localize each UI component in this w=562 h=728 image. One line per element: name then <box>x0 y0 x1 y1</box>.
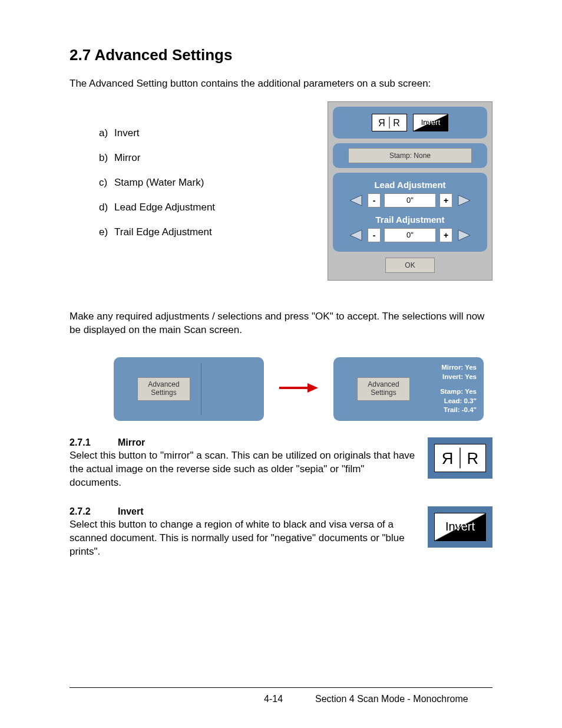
adv-btn-line2: Settings <box>151 389 176 397</box>
stamp-panel: Stamp: None <box>333 143 487 168</box>
sub1-body: Select this button to "mirror" a scan. T… <box>70 449 416 490</box>
mirror-icon-box: R R <box>428 437 492 479</box>
invert-button[interactable]: Invert <box>413 114 448 131</box>
trail-plus-button[interactable]: + <box>439 228 452 242</box>
mirror-button[interactable]: R R <box>372 114 407 131</box>
mirror-invert-panel: R R Invert <box>333 107 487 139</box>
footer-page-number: 4-14 <box>264 694 283 704</box>
invert-icon-large: Invert <box>434 513 486 541</box>
intro-text: The Advanced Setting button contains the… <box>70 77 492 91</box>
svg-marker-8 <box>308 383 318 393</box>
feature-d-label: Lead Edge Adjustment <box>114 202 215 213</box>
result-panel-before: Advanced Settings <box>114 357 264 421</box>
svg-marker-6 <box>458 230 470 241</box>
trail-adjustment-label: Trail Adjustment <box>339 215 481 225</box>
feature-item-b: b)Mirror <box>99 152 215 164</box>
red-arrow-icon <box>278 382 319 396</box>
sub-heading-invert: 2.7.2Invert <box>70 506 416 517</box>
lead-value: 0" <box>384 193 436 207</box>
lead-plus-button[interactable]: + <box>439 193 452 207</box>
invert-button-label: Invert <box>421 118 441 127</box>
sub1-title: Mirror <box>118 437 145 447</box>
adv-btn-line1: Advanced <box>148 381 179 389</box>
advanced-settings-button-after[interactable]: Advanced Settings <box>357 377 410 401</box>
lead-adjustment-label: Lead Adjustment <box>339 180 481 190</box>
status-lead: Lead: 0.3" <box>440 397 477 406</box>
lead-decrease-arrow[interactable] <box>348 193 364 207</box>
page-footer: 4-14 Section 4 Scan Mode - Monochrome <box>70 694 492 704</box>
advanced-settings-button-before[interactable]: Advanced Settings <box>137 377 190 401</box>
svg-text:R: R <box>442 449 454 467</box>
trail-decrease-arrow[interactable] <box>348 228 364 242</box>
status-mirror: Mirror: Yes <box>440 363 477 373</box>
sub1-num: 2.7.1 <box>70 437 118 448</box>
section-heading: 2.7 Advanced Settings <box>70 46 492 64</box>
status-invert: Invert: Yes <box>440 373 477 382</box>
svg-marker-4 <box>458 195 470 206</box>
feature-item-d: d)Lead Edge Adjustment <box>99 202 215 213</box>
svg-text:R: R <box>378 118 385 128</box>
feature-b-label: Mirror <box>114 152 140 163</box>
right-arrow-icon <box>457 194 471 207</box>
right-arrow-icon <box>457 229 471 242</box>
invert-icon-box: Invert <box>428 506 492 548</box>
trail-increase-arrow[interactable] <box>456 228 472 242</box>
left-arrow-icon <box>349 229 363 242</box>
footer-section: Section 4 Scan Mode - Monochrome <box>315 694 468 704</box>
feature-item-c: c)Stamp (Water Mark) <box>99 177 215 189</box>
svg-text:R: R <box>393 118 400 128</box>
feature-c-label: Stamp (Water Mark) <box>114 177 204 188</box>
feature-item-e: e)Trail Edge Adjustment <box>99 226 215 238</box>
trail-value: 0" <box>384 228 436 242</box>
panel-divider <box>201 363 201 415</box>
adjustment-panel: Lead Adjustment - 0" + Trail Adjustment <box>333 173 487 252</box>
svg-marker-3 <box>350 195 362 206</box>
trail-minus-button[interactable]: - <box>368 228 381 242</box>
footer-divider <box>70 687 492 688</box>
feature-item-a: a)Invert <box>99 127 215 139</box>
result-panel-after: Advanced Settings Mirror: Yes Invert: Ye… <box>333 357 484 421</box>
status-column: Mirror: Yes Invert: Yes Stamp: Yes Lead:… <box>440 363 478 415</box>
feature-list: a)Invert b)Mirror c)Stamp (Water Mark) d… <box>99 127 215 251</box>
invert-icon-text: Invert <box>445 520 475 533</box>
mirror-icon-large: R R <box>434 444 486 472</box>
stamp-button-label: Stamp: None <box>389 151 431 160</box>
svg-marker-5 <box>350 230 362 241</box>
advanced-settings-dialog: R R Invert Stamp: None Lead Adjustment <box>328 101 492 281</box>
adv-btn-line2: Settings <box>371 389 396 397</box>
sub2-body: Select this button to change a region of… <box>70 518 416 559</box>
feature-a-label: Invert <box>114 127 140 139</box>
stamp-button[interactable]: Stamp: None <box>348 148 472 163</box>
mid-text: Make any required adjustments / selectio… <box>70 310 492 337</box>
lead-increase-arrow[interactable] <box>456 193 472 207</box>
sub2-title: Invert <box>118 506 144 516</box>
left-arrow-icon <box>349 194 363 207</box>
status-trail: Trail: -0.4" <box>440 406 477 415</box>
sub-heading-mirror: 2.7.1Mirror <box>70 437 416 448</box>
adv-btn-line1: Advanced <box>368 381 399 389</box>
mirror-icon: R R <box>376 116 402 129</box>
status-stamp: Stamp: Yes <box>440 387 477 397</box>
ok-button[interactable]: OK <box>385 258 435 273</box>
lead-minus-button[interactable]: - <box>368 193 381 207</box>
result-panels-row: Advanced Settings Advanced Settings Mirr… <box>105 357 492 421</box>
svg-text:R: R <box>467 449 479 467</box>
feature-e-label: Trail Edge Adjustment <box>114 226 212 238</box>
sub2-num: 2.7.2 <box>70 506 118 517</box>
